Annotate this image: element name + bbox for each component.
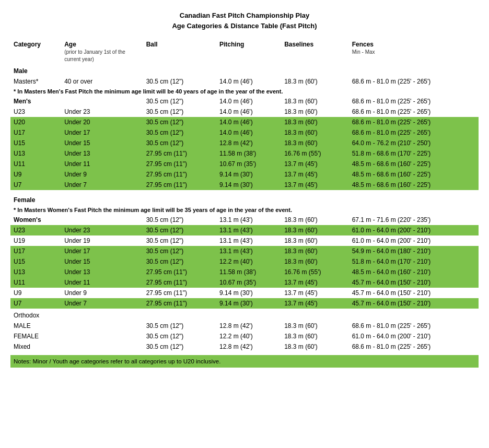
- main-table: Category Age (prior to January 1st of th…: [10, 39, 479, 368]
- mens-row: U13Under 1327.95 cm (11")11.58 m (38')16…: [10, 148, 479, 159]
- table-header-row: Category Age (prior to January 1st of th…: [10, 39, 479, 64]
- womens-row: U19Under 1930.5 cm (12")13.1 m (43')18.3…: [10, 235, 479, 246]
- orthodox-section-header: Orthodox: [10, 309, 479, 321]
- header-fences-sub: Min - Max: [352, 49, 375, 55]
- header-ball: Ball: [143, 39, 216, 64]
- womens-row: U13Under 1327.95 cm (11")11.58 m (38')16…: [10, 267, 479, 277]
- womens-row: U11Under 1127.95 cm (11")10.67 m (35')13…: [10, 277, 479, 288]
- header-baselines: Baselines: [281, 39, 349, 64]
- header-age: Age (prior to January 1st of the current…: [61, 39, 143, 64]
- header-category: Category: [10, 39, 61, 64]
- womens-row: Women's30.5 cm (12")13.1 m (43')18.3 m (…: [10, 215, 479, 225]
- orthodox-row: MALE30.5 cm (12")12.8 m (42')18.3 m (60'…: [10, 321, 479, 331]
- womens-row: U23Under 2330.5 cm (12")13.1 m (43')18.3…: [10, 225, 479, 235]
- masters-row: Masters*40 or over30.5 cm (12")14.0 m (4…: [10, 76, 479, 87]
- page-title: Canadian Fast Pitch Championship Play Ag…: [10, 10, 479, 31]
- header-age-sub: (prior to January 1st of the current yea…: [64, 49, 125, 62]
- mens-row: U11Under 1127.95 cm (11")10.67 m (35')13…: [10, 159, 479, 169]
- mens-row: Men's30.5 cm (12")14.0 m (46')18.3 m (60…: [10, 96, 479, 107]
- womens-row: U17Under 1730.5 cm (12")13.1 m (43')18.3…: [10, 246, 479, 256]
- mens-row: U17Under 1730.5 cm (12")14.0 m (46')18.3…: [10, 127, 479, 138]
- female-section-header: Female: [10, 194, 479, 205]
- mens-row: U20Under 2030.5 cm (12")14.0 m (46')18.3…: [10, 117, 479, 127]
- mens-row: U7Under 727.95 cm (11")9.14 m (30')13.7 …: [10, 180, 479, 190]
- mens-row: U23Under 2330.5 cm (12")14.0 m (46')18.3…: [10, 107, 479, 117]
- mens-row: U15Under 1530.5 cm (12")12.8 m (42')18.3…: [10, 138, 479, 148]
- header-fences: Fences Min - Max: [349, 39, 479, 64]
- male-section-header: Male: [10, 64, 479, 76]
- masters-note-row: * In Masters Men's Fast Pitch the minimu…: [10, 87, 479, 96]
- womens-row: U7Under 727.95 cm (11")9.14 m (30')13.7 …: [10, 298, 479, 309]
- notes-row: Notes: Minor / Youth age categories refe…: [10, 355, 479, 368]
- mens-row: U9Under 927.95 cm (11")9.14 m (30')13.7 …: [10, 169, 479, 180]
- womens-note-row: * In Masters Women's Fast Pitch the mini…: [10, 205, 479, 215]
- womens-row: U15Under 1530.5 cm (12")12.2 m (40')18.3…: [10, 256, 479, 267]
- orthodox-row: Mixed30.5 cm (12")12.8 m (42')18.3 m (60…: [10, 341, 479, 352]
- header-pitching: Pitching: [216, 39, 281, 64]
- womens-row: U9Under 927.95 cm (11")9.14 m (30')13.7 …: [10, 288, 479, 298]
- spacer-row: [10, 190, 479, 194]
- orthodox-row: FEMALE30.5 cm (12")12.2 m (40')18.3 m (6…: [10, 331, 479, 341]
